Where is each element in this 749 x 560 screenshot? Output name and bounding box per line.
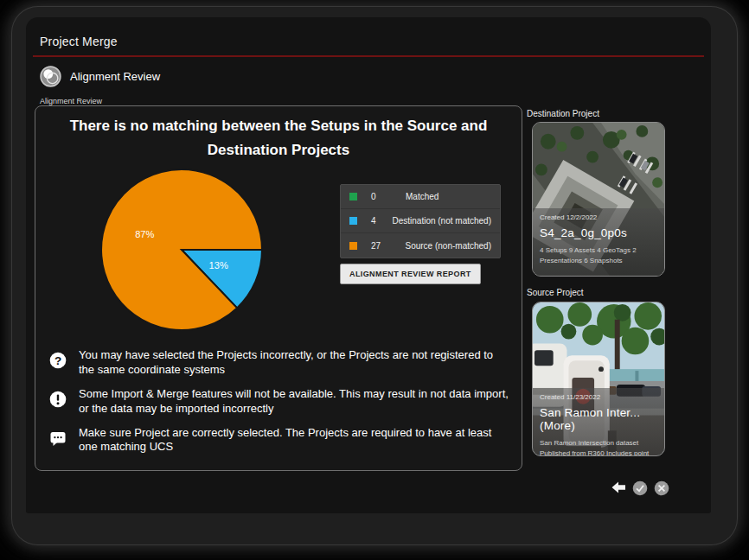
destination-count: 4	[371, 216, 381, 226]
back-arrow-icon[interactable]	[611, 480, 626, 496]
dialog-content: Project Merge Alignment Review Alignment…	[26, 17, 711, 513]
alignment-review-icon	[40, 66, 61, 87]
source-count: 27	[371, 241, 395, 251]
destination-details: 4 Setups 9 Assets 4 GeoTags 2 Presentati…	[540, 245, 657, 267]
comment-icon	[49, 430, 67, 447]
exclamation-icon	[49, 391, 67, 408]
pie-percent-label: 13%	[209, 260, 228, 270]
confirm-check-icon[interactable]	[632, 480, 648, 496]
destination-label: Destination (not matched)	[392, 216, 491, 226]
notices-list: ? You may have selected the Projects inc…	[48, 348, 511, 464]
legend-row-matched: 0 Matched	[341, 185, 500, 209]
source-name: San Ramon Inter... (More)	[540, 406, 657, 432]
pie-legend: 0 Matched 4 Destination (not matched) 27…	[340, 184, 501, 258]
pie-percent-label: 87%	[135, 229, 154, 239]
source-created: Created 11/23/2022	[540, 393, 657, 401]
source-project-label: Source Project	[527, 288, 584, 297]
source-card-overlay: Created 11/23/2022 San Ramon Inter... (M…	[533, 388, 664, 455]
notice-row: Some Import & Merge features will not be…	[48, 387, 511, 417]
destination-project-label: Destination Project	[527, 109, 599, 118]
alignment-review-report-button[interactable]: ALIGNMENT REVIEW REPORT	[340, 264, 481, 284]
alignment-review-field-label: Alignment Review	[40, 97, 102, 105]
destination-card-overlay: Created 12/2/2022 S4_2a_0g_0p0s 4 Setups…	[533, 208, 664, 276]
matched-color-chip	[349, 193, 357, 200]
matched-count: 0	[371, 192, 395, 201]
notice-text: Some Import & Merge features will not be…	[79, 387, 511, 417]
notice-text: You may have selected the Projects incor…	[79, 348, 511, 378]
legend-row-destination: 4 Destination (not matched)	[341, 209, 500, 233]
source-project-card[interactable]: Created 11/23/2022 San Ramon Inter... (M…	[532, 302, 665, 456]
source-details: San Ramon Intersection dataset Published…	[540, 438, 657, 456]
notice-row: ? You may have selected the Projects inc…	[48, 348, 511, 378]
dialog-title: Project Merge	[40, 35, 118, 48]
svg-text:?: ?	[54, 354, 61, 367]
matched-label: Matched	[406, 192, 439, 201]
destination-project-card[interactable]: Created 12/2/2022 S4_2a_0g_0p0s 4 Setups…	[532, 122, 665, 277]
cancel-x-icon[interactable]	[654, 480, 669, 496]
source-color-chip	[349, 242, 357, 250]
footer-actions	[611, 480, 669, 496]
question-icon: ?	[49, 352, 67, 369]
destination-created: Created 12/2/2022	[540, 213, 657, 221]
notice-row: Make sure Project are correctly selected…	[48, 426, 511, 455]
section-header: Alignment Review	[40, 66, 160, 87]
destination-color-chip	[349, 217, 357, 225]
setups-pie-chart: 13%87%	[99, 167, 265, 333]
legend-row-source: 27 Source (non-matched)	[341, 233, 500, 258]
source-label: Source (non-matched)	[406, 241, 492, 251]
title-divider	[33, 55, 704, 57]
project-merge-dialog: Project Merge Alignment Review Alignment…	[12, 7, 737, 544]
destination-name: S4_2a_0g_0p0s	[540, 226, 657, 239]
notice-text: Make sure Project are correctly selected…	[79, 426, 511, 455]
review-headline: There is no matching between the Setups …	[49, 114, 508, 162]
section-title: Alignment Review	[70, 70, 160, 83]
alignment-review-panel: There is no matching between the Setups …	[35, 105, 522, 471]
